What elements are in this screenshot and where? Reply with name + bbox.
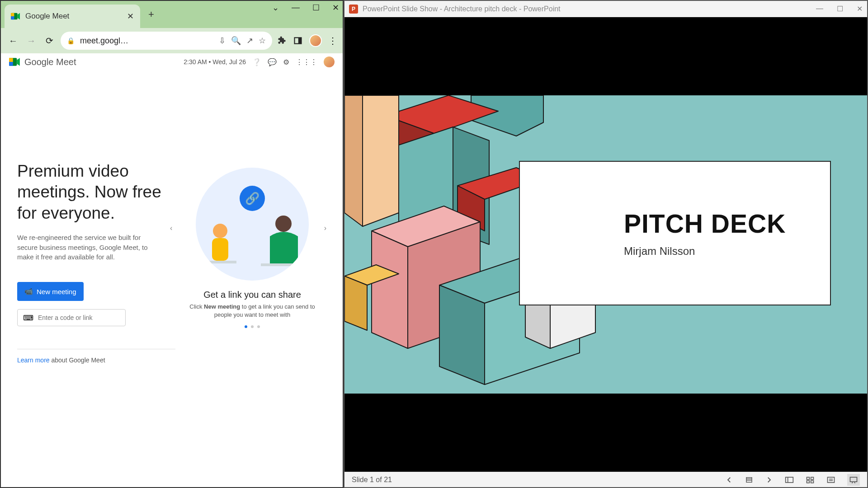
normal-view-icon[interactable]: [785, 476, 794, 484]
chrome-window: Google Meet ✕ + ⌄ — ☐ ✕ ← → ⟳ 🔒 meet.goo…: [0, 0, 344, 488]
code-input-field[interactable]: [38, 314, 120, 321]
chrome-toolbar: ← → ⟳ 🔒 meet.googl… ⇩ 🔍 ↗ ☆ ⋮: [1, 28, 343, 53]
ppt-title-text: PowerPoint Slide Show - Architecture pit…: [363, 5, 561, 13]
meet-logo[interactable]: Google Meet: [9, 57, 76, 67]
apps-icon[interactable]: ⋮⋮⋮: [296, 58, 317, 66]
tab-search-icon[interactable]: ⌄: [272, 3, 279, 13]
bookmark-icon[interactable]: ☆: [259, 36, 266, 46]
svg-rect-22: [828, 477, 835, 483]
powerpoint-window: P PowerPoint Slide Show - Architecture p…: [344, 0, 868, 488]
learn-more-link[interactable]: Learn more: [17, 357, 50, 364]
slide: PITCH DECK Mirjam Nilsson: [344, 95, 867, 394]
feedback-icon[interactable]: 💬: [268, 58, 277, 66]
minimize-icon[interactable]: —: [292, 3, 300, 13]
browser-tab[interactable]: Google Meet ✕: [5, 5, 140, 28]
slide-title-card: PITCH DECK Mirjam Nilsson: [519, 161, 831, 305]
maximize-icon[interactable]: ☐: [837, 5, 843, 13]
divider: [17, 349, 175, 349]
reading-view-icon[interactable]: [826, 476, 835, 484]
all-slides-icon[interactable]: [745, 476, 753, 484]
meet-avatar[interactable]: [324, 56, 335, 67]
prev-slide-icon[interactable]: [725, 476, 733, 484]
carousel-dots: [245, 325, 260, 328]
sidepanel-icon[interactable]: [293, 36, 303, 46]
tab-title: Google Meet: [25, 12, 127, 21]
slide-sorter-icon[interactable]: [806, 476, 815, 484]
svg-rect-25: [850, 477, 857, 482]
next-slide-icon[interactable]: [765, 476, 773, 484]
ppt-window-controls: — ☐ ✕: [816, 5, 863, 13]
meet-logo-text: Google Meet: [24, 57, 76, 67]
powerpoint-icon: P: [349, 5, 358, 14]
slideshow-view-icon[interactable]: [847, 474, 860, 486]
close-icon[interactable]: ✕: [332, 3, 339, 13]
svg-rect-20: [807, 480, 810, 483]
ppt-titlebar: P PowerPoint Slide Show - Architecture p…: [344, 1, 867, 17]
svg-rect-10: [204, 261, 236, 263]
keyboard-icon: ⌨: [23, 314, 33, 322]
carousel-title: Get a link you can share: [203, 290, 301, 300]
minimize-icon[interactable]: —: [816, 5, 823, 13]
slide-author: Mirjam Nilsson: [624, 245, 830, 258]
chrome-titlebar: Google Meet ✕ + ⌄ — ☐ ✕: [1, 1, 343, 28]
svg-rect-2: [11, 16, 14, 19]
illustration-person-right: [261, 214, 302, 272]
chrome-menu-icon[interactable]: ⋮: [328, 35, 337, 46]
meet-datetime: 2:30 AM • Wed, Jul 26: [184, 58, 246, 66]
svg-rect-9: [212, 238, 228, 261]
svg-rect-1: [11, 13, 14, 16]
close-icon[interactable]: ✕: [857, 5, 863, 13]
new-tab-button[interactable]: +: [148, 9, 154, 20]
svg-rect-12: [261, 263, 302, 266]
meet-header: Google Meet 2:30 AM • Wed, Jul 26 ❔ 💬 ⚙ …: [1, 53, 343, 70]
carousel-illustration: 🔗: [196, 168, 309, 281]
share-icon[interactable]: ↗: [246, 36, 253, 46]
reload-button[interactable]: ⟳: [42, 35, 56, 46]
back-button[interactable]: ←: [6, 36, 20, 46]
slide-area[interactable]: PITCH DECK Mirjam Nilsson: [344, 17, 867, 472]
profile-avatar[interactable]: [309, 34, 322, 47]
svg-point-11: [275, 216, 292, 232]
slide-counter: Slide 1 of 21: [352, 476, 392, 484]
meet-body: Premium video meetings. Now free for eve…: [1, 70, 343, 487]
maximize-icon[interactable]: ☐: [312, 3, 320, 13]
meet-subtext: We re-engineered the service we built fo…: [17, 233, 162, 262]
forward-button[interactable]: →: [24, 36, 38, 46]
link-icon: 🔗: [240, 186, 265, 211]
tab-close-icon[interactable]: ✕: [127, 11, 134, 21]
help-icon[interactable]: ❔: [252, 58, 261, 66]
carousel-subtitle: Click New meeting to get a link you can …: [189, 303, 316, 319]
toolbar-right: ⋮: [277, 34, 337, 47]
carousel-prev-icon[interactable]: ‹: [170, 224, 172, 232]
carousel-next-icon[interactable]: ›: [324, 224, 326, 232]
svg-rect-4: [298, 38, 302, 43]
svg-rect-18: [807, 477, 810, 479]
svg-point-8: [213, 224, 227, 238]
video-icon: 📹: [24, 287, 33, 296]
zoom-icon[interactable]: 🔍: [231, 36, 241, 46]
url-text: meet.googl…: [80, 36, 213, 46]
ppt-statusbar: Slide 1 of 21: [344, 472, 867, 487]
address-bar[interactable]: 🔒 meet.googl… ⇩ 🔍 ↗ ☆: [61, 32, 272, 50]
svg-rect-7: [9, 62, 13, 66]
code-input[interactable]: ⌨: [17, 309, 126, 326]
learn-more-text: Learn more about Google Meet: [17, 357, 175, 364]
carousel-dot[interactable]: [257, 325, 260, 328]
illustration-person-left: [204, 222, 236, 272]
meet-headline: Premium video meetings. Now free for eve…: [17, 161, 175, 224]
settings-icon[interactable]: ⚙: [283, 58, 289, 66]
meet-logo-icon: [9, 57, 21, 67]
carousel-dot[interactable]: [245, 325, 247, 328]
carousel-dot[interactable]: [251, 325, 254, 328]
chrome-window-controls: ⌄ — ☐ ✕: [272, 3, 339, 13]
new-meeting-button[interactable]: 📹 New meeting: [17, 282, 84, 301]
svg-rect-21: [811, 480, 814, 483]
new-meeting-label: New meeting: [37, 288, 76, 296]
download-icon[interactable]: ⇩: [219, 36, 226, 46]
svg-rect-6: [9, 58, 13, 62]
svg-rect-16: [786, 477, 793, 483]
extensions-icon[interactable]: [277, 36, 287, 46]
slide-title: PITCH DECK: [624, 209, 830, 239]
svg-rect-19: [811, 477, 814, 479]
meet-favicon-icon: [11, 12, 21, 20]
